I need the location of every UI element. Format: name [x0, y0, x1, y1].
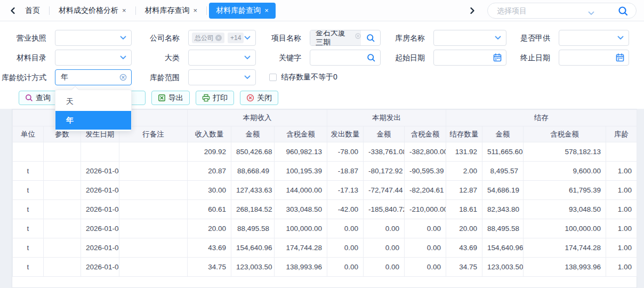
- checkbox-icon[interactable]: [269, 74, 277, 81]
- table-cell: [119, 181, 188, 200]
- table-cell: 1.00: [606, 200, 637, 219]
- tabs-scroll-left-button[interactable]: [7, 5, 18, 16]
- table-cell: 0.00: [364, 258, 405, 277]
- project-select-input[interactable]: 选择项目: [487, 3, 637, 19]
- chevron-down-icon: [244, 75, 251, 79]
- project-search-icon[interactable]: [361, 34, 380, 43]
- table-cell: [44, 181, 81, 200]
- tab-material-stock-query[interactable]: 材料库存查询 ×: [138, 3, 205, 19]
- age-method-input-focused[interactable]: 年: [55, 69, 132, 85]
- table-cell: [44, 238, 81, 258]
- clear-icon[interactable]: [355, 33, 361, 39]
- chevron-down-icon[interactable]: [588, 8, 594, 18]
- group-header-balance: 结存: [446, 110, 637, 126]
- table-row[interactable]: 209.92850,426.68960,982.13-78.00-338,761…: [13, 142, 637, 162]
- clear-circle-icon[interactable]: [119, 74, 127, 81]
- table-cell: 960,982.13: [275, 142, 327, 162]
- calendar-icon[interactable]: [493, 53, 502, 62]
- end-date-label: 终止日期: [505, 50, 554, 66]
- table-cell: 131.92: [446, 142, 482, 162]
- table-cell: 138,993.96: [524, 258, 606, 277]
- owner-supplied-select[interactable]: [559, 30, 629, 46]
- table-cell: 100,000.00: [524, 219, 606, 238]
- table-cell: 2.00: [446, 162, 482, 181]
- table-cell: 0.00: [405, 258, 446, 277]
- table-cell: 0.00: [405, 238, 446, 258]
- keyword-search-icon[interactable]: [367, 53, 376, 62]
- table-cell: 0.00: [364, 219, 405, 238]
- tab-material-age-query-active[interactable]: 材料库龄查询 ×: [209, 3, 276, 19]
- tab-bar: 首页 材料成交价格分析 × 材料库存查询 × 材料库龄查询 × 选择项目: [0, 0, 644, 21]
- table-row[interactable]: t2026-01-0460.61268,184.52303,048.50-42.…: [13, 200, 637, 219]
- table-row[interactable]: t2026-01-0420.0088,495.58100,000.000.000…: [13, 219, 637, 238]
- nonzero-balance-checkbox[interactable]: 结存数量不等于0: [269, 69, 337, 85]
- table-row[interactable]: t2026-01-0420.8788,668.49100,195.39-18.8…: [13, 162, 637, 181]
- table-row[interactable]: t2026-01-0543.69154,640.96174,744.280.00…: [13, 238, 637, 258]
- table-cell: 1.00: [606, 238, 637, 258]
- warehouse-name-select[interactable]: [433, 30, 506, 46]
- tag-close-icon[interactable]: ×: [215, 35, 222, 41]
- table-body: 209.92850,426.68960,982.13-78.00-338,761…: [13, 142, 637, 277]
- table-cell: 127,433.63: [231, 181, 275, 200]
- project-name-field[interactable]: 金石大厦三期: [310, 30, 381, 46]
- table-cell: 82,343.80: [482, 200, 524, 219]
- table-cell: -82,204.61: [405, 181, 446, 200]
- close-button-label: 关闭: [257, 93, 272, 103]
- table-cell: 303,048.50: [275, 200, 327, 219]
- age-method-dropdown: 天 年: [55, 90, 132, 131]
- query-button[interactable]: 查询: [19, 91, 57, 105]
- table-row[interactable]: t2026-01-0430.00127,433.63144,000.00-17.…: [13, 181, 637, 200]
- table-cell: 9,600.00: [524, 162, 606, 181]
- table-cell: t: [13, 258, 44, 277]
- table-cell: -18.87: [327, 162, 364, 181]
- search-icon[interactable]: [618, 6, 629, 19]
- col-header-income-amount: 金额: [231, 126, 275, 142]
- table-cell: 20.87: [188, 162, 231, 181]
- table-cell: 93,048.50: [524, 200, 606, 219]
- business-license-select[interactable]: [55, 30, 132, 46]
- table-cell: 8,495.57: [482, 162, 524, 181]
- age-range-select[interactable]: [188, 69, 256, 85]
- dropdown-option-year-selected[interactable]: 年: [55, 111, 131, 130]
- table-cell: 0.00: [327, 238, 364, 258]
- table-cell: 2026-01-04: [81, 181, 119, 200]
- table-cell: 209.92: [188, 142, 231, 162]
- company-name-select[interactable]: 总公司 × +14: [188, 30, 256, 46]
- company-more-tag: +14: [228, 33, 244, 43]
- table-cell: [606, 142, 637, 162]
- end-date-input[interactable]: [559, 50, 629, 66]
- tab-close-icon[interactable]: ×: [122, 7, 126, 14]
- keyword-input[interactable]: [310, 50, 381, 66]
- table-cell: 34.75: [446, 258, 482, 277]
- close-circle-icon: [246, 94, 254, 102]
- table-cell: -17.13: [327, 181, 364, 200]
- dropdown-option-day[interactable]: 天: [55, 92, 131, 111]
- table-cell: -80,172.92: [364, 162, 405, 181]
- tab-close-icon[interactable]: ×: [264, 7, 269, 14]
- table-cell: 30.00: [188, 181, 231, 200]
- tabs-scroll-right-button[interactable]: [467, 5, 478, 16]
- chevron-down-icon: [244, 55, 251, 60]
- close-button[interactable]: 关闭: [240, 91, 278, 105]
- inventory-age-table: 本期收入 本期发出 结存 单位 参数 发生日期 行备注 收入数量 金额 含税金额…: [12, 109, 637, 288]
- table-cell: [119, 258, 188, 277]
- table-cell: 54,686.19: [482, 181, 524, 200]
- calendar-icon[interactable]: [616, 53, 624, 62]
- query-button-label: 查询: [36, 93, 51, 103]
- tab-material-price-analysis[interactable]: 材料成交价格分析 ×: [52, 3, 133, 19]
- col-header-balance-amount: 金额: [482, 126, 524, 142]
- tab-home[interactable]: 首页: [18, 3, 47, 19]
- table-cell: 1.00: [606, 258, 637, 277]
- tab-close-icon[interactable]: ×: [194, 7, 198, 14]
- export-button-label: 导出: [168, 93, 183, 103]
- start-date-input[interactable]: [433, 50, 506, 66]
- filter-row-3: 库龄统计方式 年 库龄范围 结存数量不等于0: [0, 69, 644, 85]
- keyword-label: 关键字: [256, 50, 305, 66]
- table-cell: 1.00: [606, 181, 637, 200]
- print-button[interactable]: 打印: [196, 91, 234, 105]
- table-cell: -382,800.00: [405, 142, 446, 162]
- export-button[interactable]: 导出: [151, 91, 190, 105]
- table-row[interactable]: t2026-01-0534.75123,003.50138,993.960.00…: [13, 258, 637, 277]
- category-select[interactable]: [188, 50, 256, 66]
- material-catalog-select[interactable]: [55, 50, 132, 66]
